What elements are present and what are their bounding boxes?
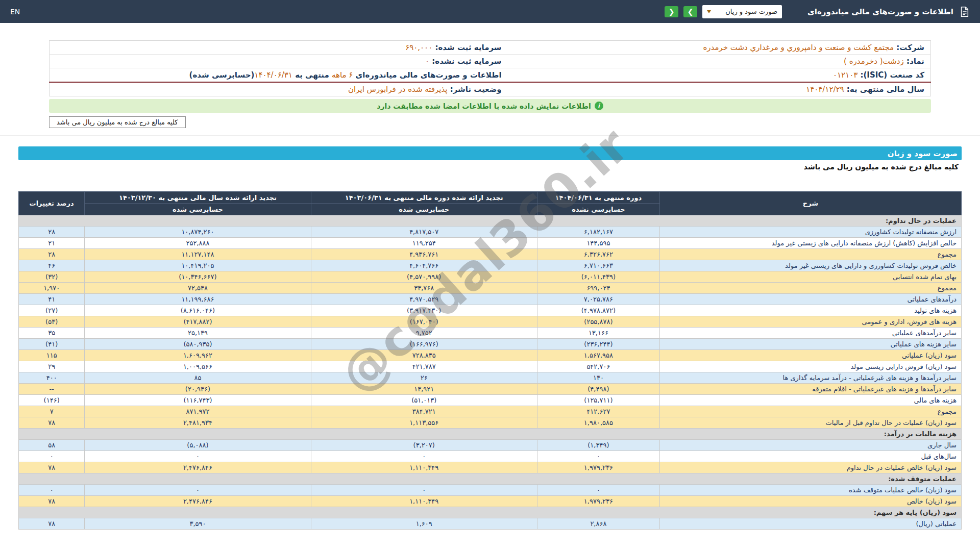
company-info-row: سال مالی منتهی به: ۱۴۰۴/۱۲/۲۹وضعیت ناشر:… (50, 82, 931, 96)
pct-change-value: -- (19, 384, 85, 395)
amount-value: ۶,۷۱۰,۶۶۳ (537, 260, 659, 271)
table-row: سود (زیان) عملیاتی۱,۵۶۷,۹۵۸۷۲۸,۸۳۵۱,۶۰۹,… (19, 350, 962, 361)
row-label: سود (زیان) خالص عملیات متوقف شده (659, 485, 961, 496)
row-label: سود (زیان) عملیاتی (659, 350, 961, 361)
row-label: درآمدهای عملیاتی (659, 294, 961, 305)
statement-unit-note: کلیه مبالغ درج شده به میلیون ریال می باش… (18, 160, 962, 173)
next-statement-button[interactable]: ❯ (665, 6, 678, 17)
info-cell-right: کد صنعت (ISIC): ۰۱۲۱۰۳ (508, 68, 931, 83)
signature-banner: i اطلاعات نمایش داده شده با اطلاعات امضا… (49, 99, 931, 113)
amount-value: ۴۲۱,۷۸۷ (311, 361, 537, 372)
amount-value: ۱,۵۶۷,۹۵۸ (537, 350, 659, 361)
amount-value: (۶,۰۱۱,۴۳۹) (537, 271, 659, 283)
row-label: سایر هزینه های عملیاتی (659, 339, 961, 350)
table-row: هزینه های مالی(۱۲۵,۷۱۱)(۵۱,۰۱۳)(۱۱۶,۷۴۳)… (19, 395, 962, 406)
info-value: ۱۴۰۴/۱۲/۲۹ (806, 85, 844, 94)
amount-value: ۷,۰۲۵,۷۸۶ (537, 294, 659, 305)
amount-value: (۴۱۷,۸۸۲) (85, 316, 311, 328)
pct-change-value: ۰ (19, 485, 85, 496)
pct-change-value: ۷ (19, 406, 85, 417)
pct-change-value: (۴۱) (19, 339, 85, 350)
info-label: منتهی به (292, 70, 332, 80)
table-row: درآمدهای عملیاتی۷,۰۲۵,۷۸۶۴,۹۷۰,۵۲۹۱۱,۱۹۹… (19, 294, 962, 305)
info-label: کد صنعت (ISIC): (857, 70, 924, 80)
amount-value: ۲۵۲,۸۸۸ (85, 238, 311, 249)
table-row: سایر هزینه های عملیاتی(۲۳۶,۲۴۴)(۱۶۶,۹۷۶)… (19, 339, 962, 350)
table-row: سال جاری(۱,۳۴۹)(۳,۲۰۷)(۵,۰۸۸)۵۸ (19, 440, 962, 451)
statement-type-dropdown[interactable]: صورت سود و زیان (702, 5, 782, 18)
table-row: ارزش منصفانه تولیدات کشاورزی۶,۱۸۲,۱۶۷۴,۸… (19, 227, 962, 238)
amount-value: ۸۵ (85, 372, 311, 384)
row-label: سال‌های قبل (659, 451, 961, 462)
pct-change-value: ۴۶ (19, 260, 85, 271)
amount-value: (۱۱۶,۷۴۳) (85, 395, 311, 406)
row-label: خالص فروش تولیدات کشاورزی و دارایی های ز… (659, 260, 961, 271)
amount-value: ۵۴۲,۷۰۶ (537, 361, 659, 372)
table-row: بهای تمام شده انتسابی(۶,۰۱۱,۴۳۹)(۴,۵۷۰,۹… (19, 271, 962, 283)
table-row: سال‌های قبل۰۰۰۰ (19, 451, 962, 462)
info-value: ۱۴۰۴/۰۶/۳۱ (254, 70, 292, 80)
amount-value: (۳,۲۰۷) (311, 440, 537, 451)
col-header-period-current: دوره منتهی به ۱۴۰۴/۰۶/۳۱ (537, 192, 659, 204)
pct-change-value: ۲۸ (19, 227, 85, 238)
pct-change-value: ۲۱ (19, 238, 85, 249)
amount-value: (۳,۹۱۷,۴۳۰) (311, 305, 537, 316)
amount-value: ۱,۹۷۹,۲۳۶ (537, 462, 659, 473)
page-title: اطلاعات و صورت‌های مالی میاندوره‌ای (807, 7, 953, 16)
info-label: (حسابرسی شده) (189, 70, 255, 80)
info-value: ۰ (425, 57, 429, 66)
pct-change-value: (۱۴۶) (19, 395, 85, 406)
statement-type-selected: صورت سود و زیان (725, 8, 777, 15)
amount-value: ۲,۸۶۸ (537, 518, 659, 530)
info-value: ۰۱۲۱۰۳ (833, 70, 857, 80)
amount-value: ۶۹۹,۰۲۴ (537, 283, 659, 294)
info-cell-left: وضعیت ناشر: پذیرفته شده در فرابورس ایران (50, 82, 508, 96)
row-label: بهای تمام شده انتسابی (659, 271, 961, 283)
row-label: خالص افزایش (کاهش) ارزش منصفانه دارایی ه… (659, 238, 961, 249)
language-toggle[interactable]: EN (10, 8, 20, 16)
amount-value: ۰ (311, 451, 537, 462)
amount-value: ۳۳,۷۶۸ (311, 283, 537, 294)
amount-value: ۱۰,۸۷۴,۲۶۰ (85, 227, 311, 238)
row-label: سایر درآمدها و هزینه های غیرعملیاتی - اق… (659, 384, 961, 395)
top-navbar: اطلاعات و صورت‌های مالی میاندوره‌ای صورت… (0, 0, 980, 23)
amount-value: (۱۶۷,۰۴۰) (311, 316, 537, 328)
section-label: سود (زیان) پایه هر سهم: (19, 507, 962, 518)
row-label: سال جاری (659, 440, 961, 451)
info-cell-right: شرکت: مجتمع کشت و صنعت و دامپروري و مرغد… (508, 41, 931, 55)
amount-value: (۵۱,۰۱۳) (311, 395, 537, 406)
company-info-row: نماد: زدشت( دخرمدره )سرمایه ثبت نشده: ۰ (50, 55, 931, 68)
table-row: هزینه مالیات بر درآمد: (19, 429, 962, 440)
amount-value: ۴۱۲,۶۲۷ (537, 406, 659, 417)
info-cell-right: نماد: زدشت( دخرمدره ) (508, 55, 931, 68)
pct-change-value: ۲۹ (19, 361, 85, 372)
table-row: سود (زیان) فروش دارایی زیستی مولد۵۴۲,۷۰۶… (19, 361, 962, 372)
col-subheader-audit-0: حسابرسی نشده (537, 204, 659, 215)
table-row: سایر درآمدها و هزینه های غیرعملیاتی - در… (19, 372, 962, 384)
amount-value: (۴,۵۷۰,۹۹۸) (311, 271, 537, 283)
table-row: سود (زیان) پایه هر سهم: (19, 507, 962, 518)
pct-change-value: ۴۰۰ (19, 372, 85, 384)
table-row: سایر درآمدهای عملیاتی۱۳,۱۶۶۹,۷۵۲۲۵,۱۳۹۳۵ (19, 328, 962, 339)
pct-change-value: ۵۸ (19, 440, 85, 451)
amount-value: ۱۱,۱۲۷,۱۴۸ (85, 249, 311, 260)
amount-value: ۱,۶۰۹,۹۶۲ (85, 350, 311, 361)
company-info-row: شرکت: مجتمع کشت و صنعت و دامپروري و مرغد… (50, 41, 931, 55)
amount-value: ۰ (85, 451, 311, 462)
pct-change-value: (۵۳) (19, 316, 85, 328)
info-value: زدشت( دخرمدره ) (844, 57, 904, 66)
table-row: سایر درآمدها و هزینه های غیرعملیاتی - اق… (19, 384, 962, 395)
table-row: سود (زیان) خالص۱,۹۷۹,۲۳۶۱,۱۱۰,۳۴۹۲,۴۷۶,۸… (19, 496, 962, 507)
table-row: خالص فروش تولیدات کشاورزی و دارایی های ز… (19, 260, 962, 271)
statement-title-bar: صورت سود و زیان (18, 146, 962, 160)
pct-change-value: ۰ (19, 451, 85, 462)
section-label: هزینه مالیات بر درآمد: (19, 429, 962, 440)
amount-value: ۱۳,۱۶۶ (537, 328, 659, 339)
row-label: سود (زیان) عملیات در حال تداوم قبل از ما… (659, 417, 961, 429)
info-cell-right: سال مالی منتهی به: ۱۴۰۴/۱۲/۲۹ (508, 82, 931, 96)
row-label: سایر درآمدهای عملیاتی (659, 328, 961, 339)
table-row: هزینه های فروش، اداری و عمومی(۲۵۵,۸۷۸)(۱… (19, 316, 962, 328)
amount-value: ۲,۴۷۶,۸۴۶ (85, 496, 311, 507)
company-info-table: شرکت: مجتمع کشت و صنعت و دامپروري و مرغد… (49, 40, 931, 96)
prev-statement-button[interactable]: ❮ (683, 6, 697, 17)
